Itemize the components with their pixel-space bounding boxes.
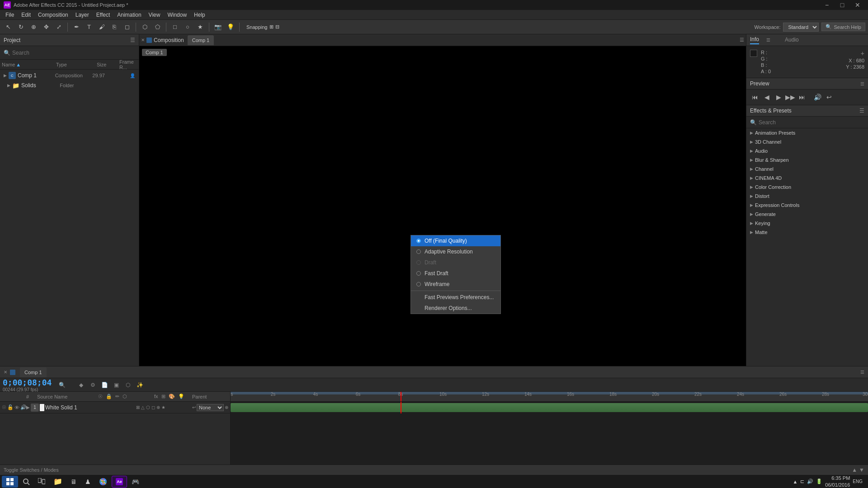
menu-file[interactable]: File — [2, 11, 18, 19]
layer-lock[interactable]: 🔓 — [7, 404, 14, 410]
ctx-adaptive-resolution[interactable]: Adaptive Resolution — [411, 246, 500, 257]
snapping-icon[interactable]: ⊞ — [269, 24, 274, 30]
layer-settings[interactable]: ⚙ — [88, 380, 98, 390]
ctx-renderer-options[interactable]: Renderer Options... — [411, 303, 500, 314]
effects-cat-animation-presets[interactable]: ▶ Animation Presets — [746, 128, 868, 137]
light-tool[interactable]: 💡 — [225, 22, 236, 33]
menu-layer[interactable]: Layer — [72, 11, 93, 19]
layer-switch4[interactable]: ◻ — [151, 405, 155, 410]
scale-tool[interactable]: ⤢ — [53, 22, 64, 33]
timeline-panel-menu[interactable]: ☰ — [860, 370, 864, 375]
effects-search-area[interactable]: 🔍 — [746, 117, 868, 128]
minimize-button[interactable]: − — [820, 0, 834, 9]
timeline-close[interactable]: ✕ — [4, 370, 7, 375]
project-item-solids[interactable]: ▶ 📁 Solids Folder — [0, 80, 139, 90]
layer-audio[interactable]: 🔊 — [20, 404, 27, 410]
text-tool[interactable]: T — [84, 22, 94, 33]
preview-last-frame[interactable]: ⏭ — [797, 92, 807, 102]
effects-cat-cinema4d[interactable]: ▶ CINEMA 4D — [746, 174, 868, 183]
preview-prev-frame[interactable]: ◀ — [762, 92, 772, 102]
taskbar-app5[interactable]: 🎮 — [128, 476, 143, 488]
taskbar-task-view[interactable] — [34, 476, 49, 488]
comp-panel-close[interactable]: ✕ — [141, 38, 145, 42]
project-panel-menu[interactable]: ☰ — [130, 37, 135, 43]
new-solid[interactable]: ▣ — [111, 380, 121, 390]
rotation-tool[interactable]: ↻ — [15, 22, 26, 33]
eraser-tool[interactable]: ◻ — [122, 22, 132, 33]
ctx-wireframe[interactable]: Wireframe — [411, 279, 500, 290]
layer-parent-pick[interactable]: ⊕ — [225, 405, 228, 410]
tab-info[interactable]: Info — [750, 36, 759, 44]
ctx-fast-previews-prefs[interactable]: Fast Previews Preferences... — [411, 292, 500, 303]
layer-parent-select[interactable]: None — [197, 404, 224, 411]
preview-first-frame[interactable]: ⏮ — [750, 92, 760, 102]
maximize-button[interactable]: □ — [835, 0, 849, 9]
layer-switch3[interactable]: ⬡ — [146, 405, 150, 410]
comp1-expand[interactable]: ▶ — [4, 73, 7, 78]
taskbar-network[interactable]: ⊏ — [800, 479, 804, 484]
info-plus[interactable]: + — [861, 50, 864, 57]
position-tool[interactable]: ✥ — [41, 22, 52, 33]
preview-loop[interactable]: ↩ — [824, 92, 834, 102]
comp-viewer-menu[interactable]: ☰ — [740, 37, 744, 43]
effects-cat-channel[interactable]: ▶ Channel — [746, 164, 868, 174]
menu-edit[interactable]: Edit — [18, 11, 34, 19]
taskbar-after-effects[interactable]: Ae — [112, 476, 127, 488]
ctx-off-final-quality[interactable]: Off (Final Quality) — [411, 235, 500, 246]
layer-switch2[interactable]: △ — [141, 405, 145, 410]
effects-cat-distort[interactable]: ▶ Distort — [746, 192, 868, 201]
star-tool[interactable]: ★ — [195, 22, 206, 33]
taskbar-search[interactable] — [19, 476, 33, 488]
camera-tool[interactable]: 📷 — [212, 22, 223, 33]
effects-cat-audio[interactable]: ▶ Audio — [746, 146, 868, 155]
comp-markers[interactable]: ◆ — [76, 380, 86, 390]
menu-window[interactable]: Window — [164, 11, 190, 19]
menu-effect[interactable]: Effect — [93, 11, 113, 19]
effects-search-input[interactable] — [759, 119, 864, 126]
close-button[interactable]: ✕ — [851, 0, 864, 9]
rectangle-tool[interactable]: □ — [170, 22, 180, 33]
project-search-input[interactable] — [12, 50, 135, 56]
pen-tool[interactable]: ✒ — [71, 22, 82, 33]
effects-cat-matte[interactable]: ▶ Matte — [746, 228, 868, 237]
preview-audio[interactable]: 🔊 — [812, 92, 822, 102]
preview-panel-menu[interactable]: ☰ — [860, 81, 864, 86]
project-item-comp1[interactable]: ▶ C Comp 1 Composition 29.97 👤 — [0, 70, 139, 80]
layer-eye[interactable]: 👁 — [14, 405, 19, 410]
layer-solo[interactable]: ☉ — [2, 404, 6, 410]
search-help[interactable]: 🔍 Search Help — [821, 23, 865, 31]
effects-cat-3d-channel[interactable]: ▶ 3D Channel — [746, 137, 868, 146]
timeline-search[interactable]: 🔍 — [57, 380, 67, 390]
solids-expand[interactable]: ▶ — [7, 83, 10, 88]
roto-tool[interactable]: ⬡ — [139, 22, 150, 33]
taskbar-app-chess[interactable]: ♟ — [81, 476, 94, 488]
tab-audio[interactable]: Audio — [785, 37, 799, 44]
effects-cat-generate[interactable]: ▶ Generate — [746, 210, 868, 219]
menu-animation[interactable]: Animation — [113, 11, 145, 19]
taskbar-volume[interactable]: 🔊 — [807, 479, 813, 484]
workspace-selector[interactable]: Standard — [783, 23, 819, 32]
layer-parent-spiral[interactable]: ↩ — [192, 405, 196, 410]
menu-composition[interactable]: Composition — [34, 11, 72, 19]
taskbar-tray-expand[interactable]: ▲ — [793, 479, 797, 484]
effects-cat-expression-controls[interactable]: ▶ Expression Controls — [746, 201, 868, 210]
effects-presets-menu[interactable]: ☰ — [859, 108, 864, 114]
effects-cat-blur-sharpen[interactable]: ▶ Blur & Sharpen — [746, 155, 868, 164]
layer-row-1[interactable]: ☉ 🔓 👁 🔊 ▶ 1 White Solid 1 ⊠ △ ⬡ ◻ — [0, 402, 230, 413]
scroll-down-arrow[interactable]: ▼ — [859, 467, 864, 473]
taskbar-desktop[interactable]: 🖥 — [67, 476, 80, 488]
taskbar-battery[interactable]: 🔋 — [816, 479, 822, 484]
snapping-icon2[interactable]: ⊟ — [275, 24, 279, 30]
mask-tool-tl[interactable]: ⬡ — [123, 380, 133, 390]
playhead[interactable] — [401, 392, 401, 401]
new-layer[interactable]: 📄 — [99, 380, 109, 390]
ctx-fast-draft[interactable]: Fast Draft — [411, 268, 500, 279]
taskbar-browser[interactable] — [95, 476, 111, 488]
timeline-comp-tab[interactable]: Comp 1 — [20, 367, 47, 377]
snapping-control[interactable]: Snapping ⊞ ⊟ — [243, 24, 283, 30]
selection-tool[interactable]: ↖ — [3, 22, 14, 33]
windows-start-btn[interactable] — [2, 476, 18, 488]
layer-bar-1[interactable] — [231, 403, 868, 412]
anchor-tool[interactable]: ⊕ — [28, 22, 39, 33]
layer-switch1[interactable]: ⊠ — [136, 405, 140, 410]
